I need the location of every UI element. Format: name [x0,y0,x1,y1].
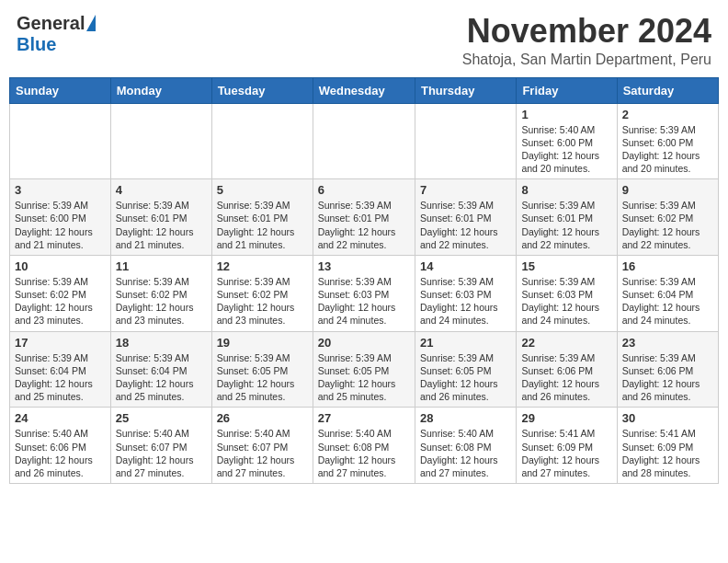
calendar-cell [10,103,111,179]
day-info: Sunrise: 5:39 AM Sunset: 6:01 PM Dayligh… [521,199,611,251]
day-of-week-header: Thursday [415,77,516,103]
calendar-cell [415,103,516,179]
day-info: Sunrise: 5:40 AM Sunset: 6:07 PM Dayligh… [116,427,207,479]
calendar-cell: 26Sunrise: 5:40 AM Sunset: 6:07 PM Dayli… [211,408,313,484]
day-info: Sunrise: 5:40 AM Sunset: 6:08 PM Dayligh… [318,427,410,479]
calendar-cell: 29Sunrise: 5:41 AM Sunset: 6:09 PM Dayli… [517,408,617,484]
day-info: Sunrise: 5:39 AM Sunset: 6:05 PM Dayligh… [318,351,410,404]
day-number: 9 [622,183,713,197]
day-number: 13 [318,259,410,273]
calendar-cell [313,103,415,179]
day-info: Sunrise: 5:41 AM Sunset: 6:09 PM Dayligh… [521,427,611,479]
day-number: 18 [116,336,207,350]
logo-blue-text: Blue [17,34,56,55]
calendar-cell: 3Sunrise: 5:39 AM Sunset: 6:00 PM Daylig… [10,179,111,256]
day-info: Sunrise: 5:39 AM Sunset: 6:00 PM Dayligh… [15,199,106,251]
day-number: 25 [116,411,207,425]
calendar-week-row: 10Sunrise: 5:39 AM Sunset: 6:02 PM Dayli… [10,255,719,331]
calendar-week-row: 24Sunrise: 5:40 AM Sunset: 6:06 PM Dayli… [10,408,719,484]
day-info: Sunrise: 5:39 AM Sunset: 6:03 PM Dayligh… [318,275,410,327]
day-number: 8 [521,183,611,197]
calendar-cell: 4Sunrise: 5:39 AM Sunset: 6:01 PM Daylig… [110,179,211,256]
month-title: November 2024 [462,13,711,50]
day-info: Sunrise: 5:40 AM Sunset: 6:08 PM Dayligh… [420,427,511,479]
day-number: 29 [521,411,611,425]
calendar-cell: 12Sunrise: 5:39 AM Sunset: 6:02 PM Dayli… [211,255,313,331]
calendar-cell: 18Sunrise: 5:39 AM Sunset: 6:04 PM Dayli… [110,331,211,408]
day-number: 2 [622,108,713,121]
calendar-cell: 1Sunrise: 5:40 AM Sunset: 6:00 PM Daylig… [517,103,617,179]
day-info: Sunrise: 5:39 AM Sunset: 6:01 PM Dayligh… [217,199,308,251]
day-number: 24 [15,411,106,425]
calendar-cell: 9Sunrise: 5:39 AM Sunset: 6:02 PM Daylig… [617,179,718,256]
day-info: Sunrise: 5:40 AM Sunset: 6:06 PM Dayligh… [15,427,106,479]
day-number: 21 [420,336,511,350]
day-info: Sunrise: 5:39 AM Sunset: 6:03 PM Dayligh… [521,275,611,327]
calendar-cell: 13Sunrise: 5:39 AM Sunset: 6:03 PM Dayli… [313,255,415,331]
day-info: Sunrise: 5:39 AM Sunset: 6:01 PM Dayligh… [420,199,511,251]
calendar-cell: 10Sunrise: 5:39 AM Sunset: 6:02 PM Dayli… [10,255,111,331]
day-of-week-header: Wednesday [313,77,415,103]
day-of-week-header: Friday [517,77,617,103]
day-number: 1 [521,108,611,121]
day-of-week-header: Monday [110,77,211,103]
calendar-cell: 14Sunrise: 5:39 AM Sunset: 6:03 PM Dayli… [415,255,516,331]
day-number: 17 [15,336,106,350]
day-info: Sunrise: 5:39 AM Sunset: 6:01 PM Dayligh… [116,199,207,251]
calendar-cell: 6Sunrise: 5:39 AM Sunset: 6:01 PM Daylig… [313,179,415,256]
day-number: 15 [521,259,611,273]
day-info: Sunrise: 5:39 AM Sunset: 6:03 PM Dayligh… [420,275,511,327]
day-number: 10 [15,259,106,273]
day-number: 7 [420,183,511,197]
calendar-cell: 22Sunrise: 5:39 AM Sunset: 6:06 PM Dayli… [517,331,617,408]
calendar-cell: 27Sunrise: 5:40 AM Sunset: 6:08 PM Dayli… [313,408,415,484]
day-info: Sunrise: 5:39 AM Sunset: 6:05 PM Dayligh… [217,351,308,404]
calendar-cell: 8Sunrise: 5:39 AM Sunset: 6:01 PM Daylig… [517,179,617,256]
day-number: 16 [622,259,713,273]
day-of-week-header: Sunday [10,77,111,103]
calendar-cell: 20Sunrise: 5:39 AM Sunset: 6:05 PM Dayli… [313,331,415,408]
calendar-cell: 28Sunrise: 5:40 AM Sunset: 6:08 PM Dayli… [415,408,516,484]
calendar-cell [110,103,211,179]
day-info: Sunrise: 5:39 AM Sunset: 6:01 PM Dayligh… [318,199,410,251]
calendar-cell [211,103,313,179]
calendar-cell: 25Sunrise: 5:40 AM Sunset: 6:07 PM Dayli… [110,408,211,484]
calendar-cell: 2Sunrise: 5:39 AM Sunset: 6:00 PM Daylig… [617,103,718,179]
day-number: 19 [217,336,308,350]
calendar-cell: 7Sunrise: 5:39 AM Sunset: 6:01 PM Daylig… [415,179,516,256]
day-info: Sunrise: 5:39 AM Sunset: 6:04 PM Dayligh… [15,351,106,404]
calendar-cell: 16Sunrise: 5:39 AM Sunset: 6:04 PM Dayli… [617,255,718,331]
logo: General Blue [17,13,96,55]
day-number: 30 [622,411,713,425]
day-number: 23 [622,336,713,350]
day-number: 6 [318,183,410,197]
day-info: Sunrise: 5:40 AM Sunset: 6:00 PM Dayligh… [521,123,611,176]
day-info: Sunrise: 5:39 AM Sunset: 6:02 PM Dayligh… [15,275,106,327]
day-of-week-header: Saturday [617,77,718,103]
day-info: Sunrise: 5:39 AM Sunset: 6:04 PM Dayligh… [622,275,713,327]
day-number: 26 [217,411,308,425]
day-number: 28 [420,411,511,425]
day-number: 27 [318,411,410,425]
day-number: 14 [420,259,511,273]
location-text: Shatoja, San Martin Department, Peru [462,52,711,68]
logo-general-text: General [17,13,85,34]
day-info: Sunrise: 5:39 AM Sunset: 6:04 PM Dayligh… [116,351,207,404]
day-number: 11 [116,259,207,273]
calendar-cell: 11Sunrise: 5:39 AM Sunset: 6:02 PM Dayli… [110,255,211,331]
day-number: 22 [521,336,611,350]
calendar-cell: 30Sunrise: 5:41 AM Sunset: 6:09 PM Dayli… [617,408,718,484]
day-number: 5 [217,183,308,197]
calendar-cell: 17Sunrise: 5:39 AM Sunset: 6:04 PM Dayli… [10,331,111,408]
day-info: Sunrise: 5:39 AM Sunset: 6:02 PM Dayligh… [622,199,713,251]
calendar-cell: 5Sunrise: 5:39 AM Sunset: 6:01 PM Daylig… [211,179,313,256]
day-number: 4 [116,183,207,197]
calendar-cell: 21Sunrise: 5:39 AM Sunset: 6:05 PM Dayli… [415,331,516,408]
logo-triangle-icon [86,15,96,31]
day-info: Sunrise: 5:39 AM Sunset: 6:02 PM Dayligh… [116,275,207,327]
day-info: Sunrise: 5:41 AM Sunset: 6:09 PM Dayligh… [622,427,713,479]
calendar-week-row: 3Sunrise: 5:39 AM Sunset: 6:00 PM Daylig… [10,179,719,256]
calendar-header-row: SundayMondayTuesdayWednesdayThursdayFrid… [10,77,719,103]
title-block: November 2024 Shatoja, San Martin Depart… [462,13,711,68]
day-of-week-header: Tuesday [211,77,313,103]
